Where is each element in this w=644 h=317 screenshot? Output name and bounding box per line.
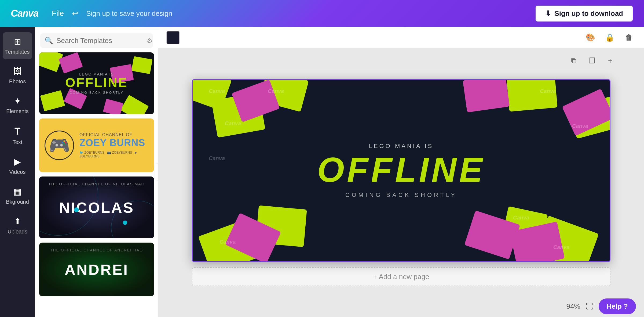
help-button[interactable]: Help ? [599,298,636,314]
sidebar-item-uploads[interactable]: ⬆ Uploads [3,212,32,239]
navbar-right: ⬇ Sign up to download [535,5,633,22]
photos-icon: 🖼 [13,66,22,76]
template-card-nicolas[interactable]: NICOLAS THE OFFICIAL CHANNEL OF NICOLAS … [39,176,154,238]
icon-sidebar: ⊞ Templates 🖼 Photos ✦ Elements T Text ▶… [0,27,35,317]
sidebar-item-photos[interactable]: 🖼 Photos [3,62,32,89]
controller-icon: 🎮 [45,131,74,160]
save-hint: Sign up to save your design [86,9,172,18]
download-icon: ⬇ [545,9,551,18]
uploads-icon: ⬆ [14,216,21,226]
search-icon: 🔍 [45,37,53,45]
paint-format-button[interactable]: 🎨 [583,31,597,45]
template-card-andrei[interactable]: ANDREI THE OFFICIAL CHANNEL OF ANDREI HA… [39,243,154,296]
watermark-9: Canva [513,215,529,221]
undo-button[interactable]: ↩ [72,9,78,18]
file-menu[interactable]: File [52,9,64,18]
collapse-panel-button[interactable]: ‹ [155,164,158,180]
canvas-main-text: OFFLINE [317,152,485,187]
watermark-6: Canva [572,123,588,129]
zoey-text-area: Official Channel of ZOEY BURNS 🐦 ZOEYBUR… [79,132,149,158]
sidebar-label-elements: Elements [6,108,28,114]
elements-icon: ✦ [14,96,21,106]
search-input[interactable] [56,37,144,45]
watermark-3: Canva [225,120,241,127]
zoey-official-label: Official Channel of [79,132,149,137]
watermark-1: Canva [209,88,225,94]
zoey-name: ZOEY BURNS [79,137,149,149]
nicolas-official: THE OFFICIAL CHANNEL OF NICOLAS MAO [39,182,154,186]
top-toolbar: 🎨 🔒 🗑 [158,27,644,48]
sidebar-label-text: Text [13,139,23,145]
watermark-4: Canva [209,155,225,161]
delete-button[interactable]: 🗑 [622,31,636,45]
sidebar-item-background[interactable]: ▦ Bkground [3,182,32,209]
paint-format-icon: 🎨 [586,33,595,42]
canvas-coming-text: COMING BACK SHORTLY [317,192,485,199]
watermark-2: Canva [268,88,284,94]
andrei-official: THE OFFICIAL CHANNEL OF ANDREI HAO [39,248,154,252]
template-card-lego[interactable]: LEGO MANIA IS OFFLINE COMING BACK SHORTL… [39,52,154,114]
page-add-button[interactable]: + [603,54,617,68]
sidebar-item-videos[interactable]: ▶ Videos [3,152,32,179]
andrei-name: ANDREI [65,261,129,278]
sidebar-item-templates[interactable]: ⊞ Templates [3,32,32,59]
canvas-wrapper: Canva Canva Canva Canva Canva Canva Canv… [158,48,644,317]
canva-logo[interactable]: Canva [11,8,38,19]
signup-download-button[interactable]: ⬇ Sign up to download [535,5,633,22]
sidebar-label-uploads: Uploads [8,229,27,235]
background-icon: ▦ [13,186,21,197]
color-swatch[interactable] [166,31,180,44]
watermark-7: Canva [219,239,236,245]
watermark-5: Canva [540,88,556,94]
navbar: Canva File ↩ Sign up to save your design… [0,0,644,27]
sidebar-label-background: Bkground [6,199,29,205]
template-lego-coming: COMING BACK SHORTLY [65,91,128,95]
zoom-level[interactable]: 94% [566,302,580,311]
sidebar-label-templates: Templates [5,49,30,55]
watermark-8: Canva [553,244,569,250]
page-copy-button[interactable]: ⧉ [567,54,581,68]
templates-list: LEGO MANIA IS OFFLINE COMING BACK SHORTL… [35,52,158,317]
videos-icon: ▶ [14,157,21,167]
canvas-sub-text: LEGO MANIA IS [317,143,485,150]
nicolas-name: NICOLAS [59,199,134,216]
sidebar-label-photos: Photos [9,78,26,85]
template-card-zoey[interactable]: 🎮 Official Channel of ZOEY BURNS 🐦 ZOEYB… [39,118,154,172]
canvas-area: 🎨 🔒 🗑 ⧉ ❐ + [158,27,644,317]
main-layout: ⊞ Templates 🖼 Photos ✦ Elements T Text ▶… [0,27,644,317]
template-lego-main: OFFLINE [65,76,128,89]
canvas-center-content[interactable]: LEGO MANIA IS OFFLINE COMING BACK SHORTL… [317,143,485,199]
add-page-button[interactable]: + Add a new page [192,267,610,286]
trash-icon: 🗑 [625,33,633,42]
templates-panel: 🔍 ⚙ LEGO MANIA [35,27,158,317]
bottom-bar: 94% ⛶ Help ? [158,296,644,317]
page-actions: ⧉ ❐ + [567,54,617,68]
page-duplicate-button[interactable]: ❐ [585,54,599,68]
canvas-frame[interactable]: Canva Canva Canva Canva Canva Canva Canv… [192,79,610,262]
filter-icon[interactable]: ⚙ [147,37,153,45]
text-icon: T [14,126,20,137]
templates-icon: ⊞ [14,37,21,47]
sidebar-item-elements[interactable]: ✦ Elements [3,92,32,119]
sidebar-label-videos: Videos [9,169,26,175]
canvas-content: Canva Canva Canva Canva Canva Canva Canv… [193,80,610,261]
sidebar-item-text[interactable]: T Text [3,121,32,150]
search-bar: 🔍 ⚙ [40,33,153,48]
zoey-socials: 🐦 ZOEYBURNS 📷 ZOEYBURNS ▶ ZOEYBURNS [79,151,149,158]
lock-button[interactable]: 🔒 [603,31,617,45]
expand-icon[interactable]: ⛶ [586,302,593,311]
lock-icon: 🔒 [605,33,614,42]
